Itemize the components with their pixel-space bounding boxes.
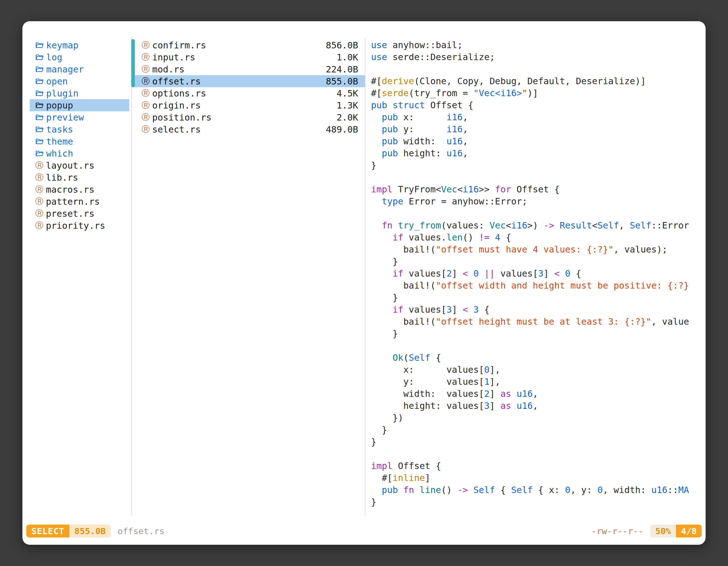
code-line: Ok(Self { xyxy=(371,352,706,364)
file-size: 855.0B xyxy=(326,76,358,87)
rust-file-icon: Ⓡ xyxy=(35,186,43,194)
file-manager-window: keymaplogmanageropenpluginpopuppreviewta… xyxy=(22,21,706,545)
scroll-percent-badge: 50% xyxy=(650,525,676,537)
sidebar-item-preset-rs[interactable]: Ⓡpreset.rs xyxy=(30,208,129,220)
status-bar: SELECT 855.0B offset.rs -rw-r--r-- 50% 4… xyxy=(26,525,702,537)
item-label: open xyxy=(46,76,68,87)
code-line: } xyxy=(371,292,706,304)
rust-file-icon: Ⓡ xyxy=(142,125,150,133)
code-line: type Error = anyhow::Error; xyxy=(371,196,706,208)
code-line: impl TryFrom<Vec<i16>> for Offset { xyxy=(371,184,706,196)
code-line xyxy=(371,448,706,460)
code-line xyxy=(371,340,706,352)
code-line: bail!("offset width and height must be p… xyxy=(371,280,706,292)
file-name: input.rs xyxy=(152,52,334,63)
rust-file-icon: Ⓡ xyxy=(35,198,43,206)
open-folder-icon xyxy=(35,77,44,86)
sidebar-item-priority-rs[interactable]: Ⓡpriority.rs xyxy=(30,220,129,232)
code-line: } xyxy=(371,496,706,508)
code-line: pub y: i16, xyxy=(371,123,706,135)
sidebar-item-macros-rs[interactable]: Ⓡmacros.rs xyxy=(30,184,129,196)
file-size-badge: 855.0B xyxy=(69,525,111,537)
file-name: options.rs xyxy=(152,88,334,99)
sidebar-item-popup[interactable]: popup xyxy=(30,99,129,111)
code-line: } xyxy=(371,436,706,448)
item-label: layout.rs xyxy=(46,160,94,171)
code-line: } xyxy=(371,328,706,340)
file-name: mod.rs xyxy=(152,64,323,75)
file-size: 856.0B xyxy=(326,40,358,51)
item-label: keymap xyxy=(46,40,79,51)
rust-file-icon: Ⓡ xyxy=(142,53,150,61)
code-line: bail!("offset height must be at least 3:… xyxy=(371,316,706,328)
code-line xyxy=(371,208,706,220)
file-row-mod-rs[interactable]: Ⓡmod.rs224.0B xyxy=(131,63,365,75)
code-line: if values[2] < 0 || values[3] < 0 { xyxy=(371,268,706,280)
code-line: x: values[0], xyxy=(371,364,706,376)
file-name: position.rs xyxy=(152,112,334,123)
sidebar-item-layout-rs[interactable]: Ⓡlayout.rs xyxy=(30,159,129,172)
code-line: } xyxy=(371,424,706,436)
file-permissions: -rw-r--r-- xyxy=(591,526,644,536)
code-line: #[inline] xyxy=(371,472,706,484)
item-label: log xyxy=(46,52,62,63)
file-size: 1.0K xyxy=(337,52,358,63)
file-row-offset-rs[interactable]: Ⓡoffset.rs855.0B xyxy=(131,75,365,87)
sidebar-item-tasks[interactable]: tasks xyxy=(30,123,129,135)
code-line: #[derive(Clone, Copy, Debug, Default, De… xyxy=(371,75,706,87)
file-name: confirm.rs xyxy=(152,40,323,51)
code-line: use anyhow::bail; xyxy=(371,39,706,51)
rust-file-icon: Ⓡ xyxy=(142,65,150,73)
file-row-origin-rs[interactable]: Ⓡorigin.rs1.3K xyxy=(131,99,365,111)
open-folder-icon xyxy=(35,53,44,62)
file-size: 2.0K xyxy=(337,112,358,123)
item-label: macros.rs xyxy=(46,184,94,195)
rust-file-icon: Ⓡ xyxy=(142,77,150,85)
rust-file-icon: Ⓡ xyxy=(35,173,43,182)
code-line xyxy=(371,172,706,184)
sidebar-item-manager[interactable]: manager xyxy=(30,63,129,75)
code-line: }) xyxy=(371,412,706,424)
code-line: width: values[2] as u16, xyxy=(371,388,706,400)
open-folder-icon xyxy=(35,65,44,74)
file-row-select-rs[interactable]: Ⓡselect.rs489.0B xyxy=(131,123,365,135)
item-label: lib.rs xyxy=(46,172,78,183)
sidebar-item-log[interactable]: log xyxy=(30,51,129,63)
sidebar-item-theme[interactable]: theme xyxy=(30,135,129,147)
sidebar-item-pattern-rs[interactable]: Ⓡpattern.rs xyxy=(30,196,129,208)
file-size: 4.5K xyxy=(337,88,358,99)
parent-pane: keymaplogmanageropenpluginpopuppreviewta… xyxy=(22,21,131,508)
sidebar-item-plugin[interactable]: plugin xyxy=(30,87,129,99)
file-row-options-rs[interactable]: Ⓡoptions.rs4.5K xyxy=(131,87,365,99)
code-line: } xyxy=(371,256,706,268)
sidebar-item-open[interactable]: open xyxy=(30,75,129,87)
open-folder-icon xyxy=(35,41,44,50)
sidebar-item-keymap[interactable]: keymap xyxy=(30,39,129,51)
file-name: select.rs xyxy=(152,124,323,135)
sidebar-item-which[interactable]: which xyxy=(30,147,129,159)
item-label: preset.rs xyxy=(46,208,94,219)
code-line: pub width: u16, xyxy=(371,135,706,147)
open-folder-icon xyxy=(35,101,44,110)
rust-file-icon: Ⓡ xyxy=(142,41,150,49)
code-line: use serde::Deserialize; xyxy=(371,51,706,63)
sidebar-item-preview[interactable]: preview xyxy=(30,111,129,123)
item-label: priority.rs xyxy=(46,220,105,231)
rust-file-icon: Ⓡ xyxy=(35,161,43,170)
file-size: 1.3K xyxy=(337,100,358,111)
item-label: preview xyxy=(46,112,84,123)
pane-scroll-marker xyxy=(131,39,135,87)
item-label: which xyxy=(46,148,73,159)
item-label: manager xyxy=(46,64,84,75)
sidebar-item-lib-rs[interactable]: Ⓡlib.rs xyxy=(30,172,129,184)
open-folder-icon xyxy=(35,125,44,134)
item-label: theme xyxy=(46,136,73,147)
code-line: if values[3] < 3 { xyxy=(371,304,706,316)
rust-file-icon: Ⓡ xyxy=(142,101,150,109)
code-line: bail!("offset must have 4 values: {:?}",… xyxy=(371,244,706,256)
rust-file-icon: Ⓡ xyxy=(35,222,43,230)
file-row-input-rs[interactable]: Ⓡinput.rs1.0K xyxy=(131,51,365,63)
file-row-confirm-rs[interactable]: Ⓡconfirm.rs856.0B xyxy=(131,39,365,51)
file-row-position-rs[interactable]: Ⓡposition.rs2.0K xyxy=(131,111,365,123)
code-line: if values.len() != 4 { xyxy=(371,232,706,244)
